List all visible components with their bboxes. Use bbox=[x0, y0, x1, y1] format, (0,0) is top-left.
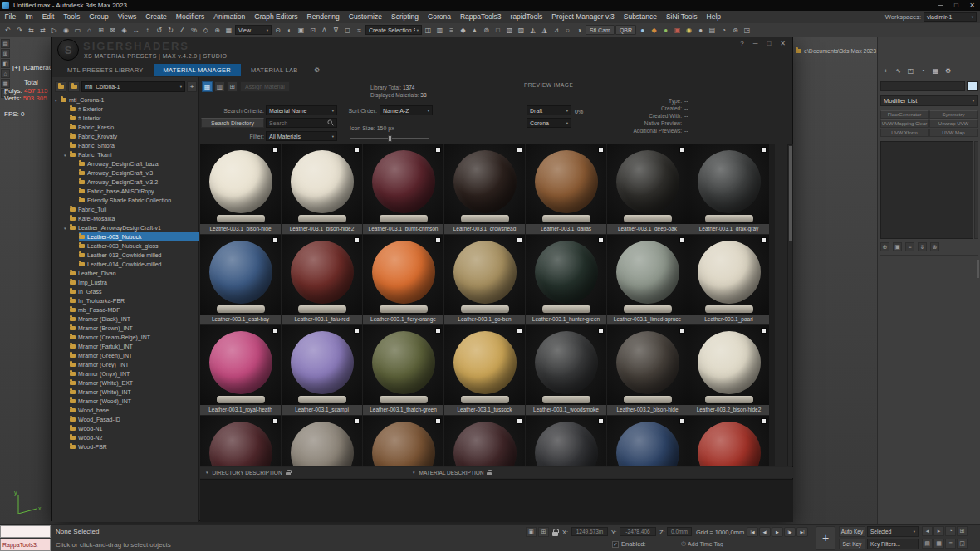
menu-item-group[interactable]: Group bbox=[85, 11, 114, 23]
material-tile[interactable] bbox=[444, 416, 525, 466]
toolbar-render-icon-1[interactable]: ◆ bbox=[649, 25, 659, 36]
tree-item-interior[interactable]: # Interior bbox=[52, 114, 199, 123]
sort-order-dropdown[interactable]: Name A-Z▾ bbox=[380, 105, 433, 115]
menu-item-create[interactable]: Create bbox=[141, 11, 172, 23]
key-filters-button[interactable]: Key Filters... bbox=[867, 539, 919, 549]
tile-checkbox[interactable] bbox=[679, 147, 685, 153]
toolbar-a-icon-6[interactable]: ▭ bbox=[72, 25, 83, 36]
dialog-minimize-button[interactable]: ─ bbox=[753, 40, 758, 47]
coordinate-system-dropdown[interactable]: View▾ bbox=[235, 25, 272, 35]
create-tab-icon[interactable]: + bbox=[880, 66, 891, 77]
menu-item-corona[interactable]: Corona bbox=[424, 11, 456, 23]
material-tile[interactable]: Leather-003.1_go-ben bbox=[444, 235, 525, 324]
workspaces-dropdown[interactable]: vladimir-1 ▾ bbox=[924, 12, 977, 22]
material-tile[interactable]: Leather-003.2_bison-hide bbox=[607, 325, 688, 415]
toolbar-button-stl-cam[interactable]: Stl Cam bbox=[586, 25, 615, 35]
tile-checkbox[interactable] bbox=[517, 418, 522, 424]
maxscript-listener[interactable] bbox=[0, 525, 51, 538]
material-description-toggle[interactable]: ▼ MATERIAL DESCRIPTION bbox=[412, 467, 492, 478]
tree-item-mramor-cream-beige-int[interactable]: Mramor (Cream-Beige)_INT bbox=[52, 333, 199, 342]
collapse-folders-button[interactable] bbox=[55, 81, 66, 92]
tree-item-in-trotuarka-pbr[interactable]: In_Trotuarka-PBR bbox=[52, 296, 199, 305]
tree-item-wood-n1[interactable]: Wood-N1 bbox=[52, 424, 199, 433]
toolbar-a-icon-15[interactable]: ∠ bbox=[177, 25, 188, 36]
toolbar-c-icon-10[interactable]: ◮ bbox=[539, 25, 550, 36]
material-tile[interactable]: Leather-003.1_crowshead bbox=[444, 144, 525, 234]
search-input[interactable] bbox=[269, 120, 327, 126]
menu-item-file[interactable]: File bbox=[0, 11, 21, 23]
y-coordinate-field[interactable]: -2478,406 bbox=[620, 527, 656, 536]
toolbar-c-icon-8[interactable]: ▨ bbox=[516, 25, 527, 36]
time-tag[interactable]: ◷ Add Time Tag bbox=[681, 540, 724, 547]
tree-item-mb-fasad-mdf[interactable]: mb_Fasad-MDF bbox=[52, 305, 199, 315]
menu-item-views[interactable]: Views bbox=[113, 11, 141, 23]
toolbar-c-icon-4[interactable]: ▲ bbox=[469, 25, 480, 36]
tree-item-leather-divan[interactable]: Leather_Divan bbox=[52, 269, 199, 278]
menu-item-rendering[interactable]: Rendering bbox=[302, 11, 344, 23]
material-tile[interactable]: Leather-003.1_bison-hide bbox=[200, 144, 281, 234]
utilities-tab-icon[interactable]: ⚙ bbox=[943, 66, 953, 77]
material-tile[interactable]: Leather-003.1_limed-spruce bbox=[607, 235, 688, 324]
named-selection-set-dropdown[interactable]: Create Selection Se▾ bbox=[365, 25, 422, 35]
toolbar-a-icon-5[interactable]: ◉ bbox=[61, 25, 71, 36]
tree-item-arroway-designcraft-v-3[interactable]: Arroway_DesignCraft_v.3 bbox=[52, 168, 199, 178]
stack-icon-4[interactable]: ⊗ bbox=[930, 242, 939, 251]
tile-checkbox[interactable] bbox=[272, 147, 278, 153]
toolbar-e-icon-1[interactable]: ◔ bbox=[718, 25, 729, 36]
modifier-button-uvw-mapping-clear[interactable]: UVW Mapping Clear bbox=[880, 119, 929, 128]
material-tile[interactable]: Leather-003.1_thatch-green bbox=[363, 325, 443, 415]
toolbar-a-icon-1[interactable]: ↷ bbox=[14, 25, 25, 36]
tree-item-arroway-designcraft-v-3-2[interactable]: Arroway_DesignCraft_v.3.2 bbox=[52, 178, 199, 187]
assign-material-button[interactable]: Assign Material bbox=[240, 81, 290, 92]
toolbar-a-icon-4[interactable]: ▷ bbox=[49, 25, 60, 36]
tile-checkbox[interactable] bbox=[354, 418, 360, 424]
menu-item-scripting[interactable]: Scripting bbox=[386, 11, 423, 23]
tree-item-mtl-corona-1[interactable]: ▾mtl_Corona-1 bbox=[52, 95, 199, 105]
material-tile[interactable]: Leather-003.1_dallas bbox=[526, 144, 606, 234]
tile-checkbox[interactable] bbox=[435, 237, 441, 243]
tree-item-mramor-grey-int[interactable]: Mramor (Grey)_INT bbox=[52, 360, 199, 369]
tab-mtl-presets-library[interactable]: MTL PRESETS LIBRARY bbox=[57, 64, 154, 76]
menu-item-customize[interactable]: Customize bbox=[344, 11, 386, 23]
material-tile[interactable]: Leather-003.1_tussock bbox=[444, 325, 525, 415]
offset-mode-icon[interactable]: ⊞ bbox=[538, 527, 549, 537]
menu-item-substance[interactable]: Substance bbox=[619, 11, 661, 23]
set-key-button[interactable]: Set Key bbox=[839, 539, 865, 549]
time-icon-top-0[interactable]: ◂ bbox=[922, 526, 933, 536]
toolbar-c-icon-7[interactable]: ▧ bbox=[504, 25, 515, 36]
toolbar-a-icon-14[interactable]: ↻ bbox=[165, 25, 176, 36]
tile-checkbox[interactable] bbox=[761, 328, 767, 334]
tree-item-mramor-wood-int[interactable]: Mramor (Wood)_INT bbox=[52, 397, 199, 406]
side-toolbar-icon-3[interactable]: ⌂ bbox=[1, 69, 10, 78]
toolbar-c-icon-1[interactable]: ▥ bbox=[434, 25, 445, 36]
toolbar-a-icon-8[interactable]: ⊞ bbox=[96, 25, 106, 36]
play-button[interactable]: ▶ bbox=[772, 527, 783, 537]
toolbar-render-icon-2[interactable]: ● bbox=[660, 25, 671, 36]
stack-icon-3[interactable]: ⇓ bbox=[918, 242, 927, 251]
object-color-swatch[interactable] bbox=[967, 81, 978, 91]
time-icon-bottom-1[interactable]: ▦ bbox=[933, 539, 944, 549]
menu-item-project-manager-v-3[interactable]: Project Manager v.3 bbox=[547, 11, 619, 23]
material-tile[interactable]: Leather-003.1_falu-red bbox=[282, 235, 362, 324]
toolbar-c-icon-11[interactable]: ⊿ bbox=[551, 25, 561, 36]
tree-item-mramor-green-int[interactable]: Mramor (Green)_INT bbox=[52, 351, 199, 360]
dialog-maximize-button[interactable]: □ bbox=[767, 40, 771, 47]
toolbar-c-icon-3[interactable]: ◆ bbox=[458, 25, 468, 36]
time-icon-bottom-3[interactable]: ◱ bbox=[957, 539, 968, 549]
search-directory-button[interactable]: Search Directory bbox=[201, 118, 264, 128]
tree-item-mramor-brown-int[interactable]: Mramor (Brown)_INT bbox=[52, 324, 199, 333]
stack-icon-0[interactable]: ⊕ bbox=[880, 242, 889, 251]
settings-gear-icon[interactable]: ⚙ bbox=[308, 64, 326, 76]
stack-icon-1[interactable]: ▣ bbox=[893, 242, 902, 251]
tree-item-in-grass[interactable]: In_Grass bbox=[52, 287, 199, 296]
selection-lock-icon[interactable] bbox=[552, 532, 558, 536]
tile-checkbox[interactable] bbox=[761, 147, 767, 153]
tree-item-fabric-base-anisotropy[interactable]: Fabric_base-ANiSOtRopy bbox=[52, 187, 199, 196]
z-coordinate-field[interactable]: 0,0mm bbox=[667, 527, 692, 536]
toolbar-c-icon-0[interactable]: ◫ bbox=[423, 25, 434, 36]
dialog-close-button[interactable]: ✕ bbox=[780, 40, 786, 47]
material-tile[interactable] bbox=[607, 416, 688, 466]
tree-item-mramor-white-ext[interactable]: Mramor (White)_EXT bbox=[52, 378, 199, 388]
tab-material-lab[interactable]: MATERIAL LAB bbox=[241, 64, 308, 76]
tile-checkbox[interactable] bbox=[517, 147, 522, 153]
